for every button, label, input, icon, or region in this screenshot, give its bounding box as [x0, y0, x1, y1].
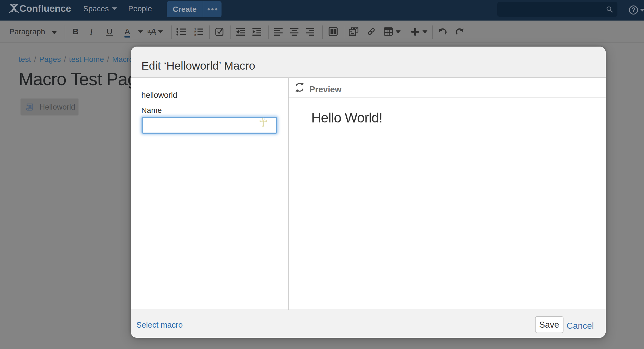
redo-button[interactable]	[455, 27, 464, 36]
undo-button[interactable]	[438, 27, 447, 36]
confluence-logo-text: Confluence	[19, 4, 71, 13]
numbered-list-button[interactable]: 123	[194, 28, 203, 36]
dialog-body: helloworld Name ☥ Preview Hello World!	[131, 78, 606, 310]
help-chevron-icon	[640, 9, 644, 12]
nav-spaces[interactable]: Spaces	[83, 5, 117, 13]
text-color-swatch	[124, 36, 130, 38]
italic-button[interactable]: I	[90, 27, 93, 36]
paragraph-style-chevron-icon[interactable]	[52, 31, 57, 34]
paragraph-style-dropdown[interactable]: Paragraph	[9, 28, 45, 36]
preview-pane: Preview Hello World!	[289, 78, 606, 310]
page-title: Macro Test Page	[19, 70, 146, 88]
svg-text:3: 3	[194, 33, 196, 36]
insert-table-button[interactable]	[384, 27, 393, 36]
save-button[interactable]: Save	[535, 316, 564, 333]
more-formatting-strike	[148, 32, 156, 33]
dialog-footer: Select macro Save Cancel	[131, 310, 606, 338]
text-color-button[interactable]: A	[125, 27, 130, 36]
dialog-header: Edit ‘Helloworld’ Macro	[131, 47, 606, 78]
align-right-button[interactable]	[306, 28, 314, 36]
toolbar-separator	[230, 25, 231, 39]
macro-placeholder[interactable]: Helloworld	[20, 98, 79, 116]
bold-button[interactable]: B	[73, 27, 79, 36]
toolbar-separator	[209, 25, 210, 39]
breadcrumb-separator: /	[34, 55, 36, 64]
create-button-group: Create	[167, 1, 222, 17]
editor-toolbar: Paragraph B I U A a A 123	[0, 21, 644, 42]
refresh-icon[interactable]	[295, 83, 304, 92]
more-formatting-chevron-icon[interactable]	[158, 30, 163, 33]
confluence-logo-icon	[9, 3, 19, 14]
page-layout-button[interactable]	[329, 27, 338, 36]
outdent-button[interactable]	[236, 28, 245, 36]
breadcrumb-test-home[interactable]: test Home	[69, 55, 104, 64]
align-left-button[interactable]	[274, 28, 283, 36]
macro-params-pane: helloworld Name ☥	[131, 78, 289, 310]
toolbar-separator	[432, 25, 433, 39]
text-color-chevron-icon[interactable]	[138, 30, 143, 33]
select-macro-link[interactable]: Select macro	[136, 321, 183, 329]
insert-files-button[interactable]	[349, 27, 358, 36]
nav-people[interactable]: People	[128, 5, 152, 13]
nav-people-label: People	[128, 5, 152, 13]
name-field-input[interactable]	[142, 117, 277, 134]
preview-output: Hello World!	[311, 111, 382, 125]
toolbar-separator	[322, 25, 323, 39]
macro-name: helloworld	[141, 91, 177, 99]
insert-more-chevron-icon[interactable]	[422, 30, 427, 33]
insert-more-button[interactable]	[411, 28, 419, 36]
help-button[interactable]: ?	[629, 5, 638, 15]
toolbar-separator	[268, 25, 269, 39]
underline-bar	[106, 35, 113, 36]
toolbar-separator	[171, 25, 172, 39]
edit-macro-dialog: Edit ‘Helloworld’ Macro helloworld Name …	[131, 47, 606, 338]
indent-button[interactable]	[252, 28, 261, 36]
insert-link-button[interactable]	[367, 27, 375, 36]
breadcrumb-test[interactable]: test	[19, 55, 31, 64]
underline-button[interactable]: U	[107, 27, 113, 36]
toolbar-separator	[344, 25, 344, 39]
breadcrumb-separator: /	[107, 55, 109, 64]
macro-placeholder-label: Helloworld	[39, 103, 75, 111]
top-nav: Confluence Spaces People Create ?	[0, 0, 644, 21]
nav-spaces-label: Spaces	[83, 5, 109, 13]
insert-table-chevron-icon[interactable]	[396, 30, 401, 33]
bullet-list-button[interactable]	[176, 28, 186, 36]
search-icon[interactable]	[606, 6, 613, 13]
align-center-button[interactable]	[290, 28, 298, 36]
more-formatting-button[interactable]: A	[150, 27, 156, 36]
cancel-link[interactable]: Cancel	[567, 321, 594, 330]
breadcrumb-separator: /	[64, 55, 66, 64]
search-input[interactable]	[497, 2, 617, 17]
chevron-down-icon	[112, 7, 117, 10]
preview-label: Preview	[309, 85, 341, 94]
help-icon: ?	[631, 6, 635, 13]
preview-header: Preview	[289, 78, 606, 98]
macro-scroll-icon	[25, 103, 34, 111]
create-button-label: Create	[173, 5, 197, 14]
ankh-icon: ☥	[259, 116, 266, 128]
toolbar-separator	[65, 25, 65, 39]
dialog-title: Edit ‘Helloworld’ Macro	[142, 60, 255, 71]
create-button[interactable]: Create	[167, 1, 203, 17]
create-more-button[interactable]	[203, 1, 222, 17]
breadcrumb-pages[interactable]: Pages	[39, 55, 61, 64]
ellipsis-icon	[208, 8, 217, 10]
task-list-button[interactable]	[215, 27, 224, 36]
name-field-label: Name	[141, 107, 162, 114]
